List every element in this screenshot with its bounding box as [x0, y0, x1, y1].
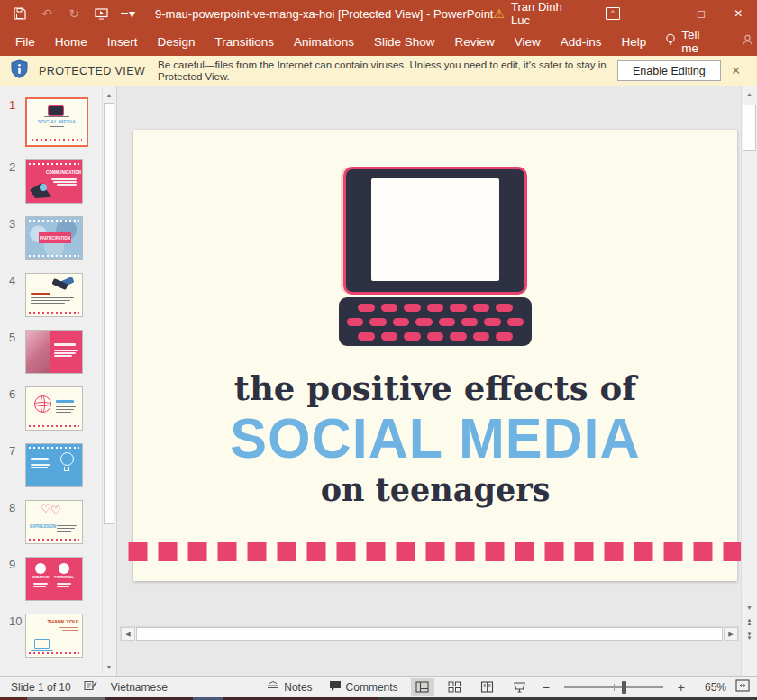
comments-button[interactable]: Comments: [325, 678, 402, 696]
zoom-in-button[interactable]: +: [676, 680, 687, 695]
scrollbar-thumb[interactable]: [104, 103, 114, 524]
save-icon[interactable]: [13, 6, 27, 21]
dash-square: [278, 542, 296, 561]
lightbulb-icon: [665, 33, 676, 50]
titlebar: ↶ ↻ ▾ 9-mau-powerpoint-ve-mang-xa-hoi [P…: [0, 0, 757, 27]
tell-me-box[interactable]: Tell me: [656, 23, 708, 60]
mini-lightbulb-icon: [60, 452, 74, 466]
slide-number: 7: [5, 443, 25, 458]
slide-thumbnail-10[interactable]: THANK YOU!: [25, 614, 83, 658]
slide-thumbnail-3[interactable]: PARTICIPATION: [25, 216, 83, 260]
scrollbar-thumb[interactable]: [136, 627, 723, 641]
status-right: Notes Comments − + 65%: [263, 678, 750, 696]
key-pill: [415, 318, 432, 326]
slide-thumbnail-1[interactable]: SOCIAL MEDIA: [25, 97, 88, 147]
thumbnail-row-10: 10 THANK YOU!: [5, 614, 116, 658]
view-slide-sorter-button[interactable]: [443, 678, 467, 696]
thumbnail-panel-scrollbar[interactable]: ▲ ▼: [102, 88, 115, 674]
tab-insert[interactable]: Insert: [97, 30, 148, 54]
key-pill: [473, 332, 490, 341]
slide-number: 3: [5, 216, 25, 231]
fit-to-window-icon[interactable]: [735, 679, 750, 695]
status-left: Slide 1 of 10 Vietnamese: [11, 679, 168, 695]
slide-title-line3: on teenagers: [133, 471, 737, 508]
dash-square: [456, 542, 475, 561]
scroll-down-icon[interactable]: ▼: [103, 660, 115, 674]
thumbnail-caption: SOCIAL MEDIA: [29, 119, 85, 124]
slide-thumbnail-4[interactable]: [25, 273, 83, 317]
tab-review[interactable]: Review: [444, 30, 504, 54]
phone-illustration: [339, 167, 532, 346]
close-button[interactable]: ✕: [720, 0, 757, 27]
tab-add-ins[interactable]: Add-ins: [551, 30, 612, 54]
scrollbar-thumb[interactable]: [743, 105, 756, 151]
banner-close-icon[interactable]: ✕: [725, 64, 748, 77]
status-bar: Slide 1 of 10 Vietnamese Notes Comments: [0, 676, 757, 697]
slide-title-line1: the positive effects of: [133, 369, 737, 408]
scroll-up-icon[interactable]: ▲: [103, 88, 115, 102]
vertical-scrollbar[interactable]: ▲ ▼ ▲▲ ▼▼: [741, 86, 757, 676]
thumbnail-row-6: 6: [5, 386, 116, 431]
mini-phone-icon: [48, 105, 64, 116]
dash-square: [426, 542, 445, 561]
start-slideshow-icon[interactable]: [94, 6, 108, 21]
slide-thumbnail-2[interactable]: COMMUNICATION: [25, 159, 83, 204]
key-pill: [507, 318, 524, 326]
comments-icon: [329, 680, 342, 695]
zoom-slider[interactable]: [564, 686, 663, 688]
scroll-right-icon[interactable]: ▶: [724, 627, 738, 641]
mini-laptop-icon: [34, 639, 50, 649]
slide-thumbnail-7[interactable]: [25, 443, 83, 487]
tab-slide-show[interactable]: Slide Show: [364, 30, 445, 54]
slide-indicator[interactable]: Slide 1 of 10: [11, 681, 71, 694]
slide-thumbnail-6[interactable]: [25, 386, 83, 431]
zoom-level[interactable]: 65%: [696, 681, 726, 694]
tab-view[interactable]: View: [505, 30, 551, 54]
slide-canvas[interactable]: the positive effects of SOCIAL MEDIA on …: [133, 130, 737, 581]
dash-square: [486, 542, 505, 561]
tab-help[interactable]: Help: [612, 30, 657, 54]
view-normal-button[interactable]: [411, 678, 434, 696]
slide-thumbnail-8[interactable]: ♡ ♡ EXPRESSION: [25, 500, 83, 544]
slide-title-line2: SOCIAL MEDIA: [142, 408, 728, 468]
key-pill: [450, 332, 467, 341]
account-area[interactable]: ⚠ Tran Dinh Luc: [493, 0, 575, 27]
scroll-up-icon[interactable]: ▲: [742, 86, 757, 101]
keyboard-row: [347, 318, 524, 326]
ribbon-display-options-icon[interactable]: ^: [606, 7, 620, 20]
zoom-out-button[interactable]: −: [541, 680, 552, 695]
view-slideshow-button[interactable]: [508, 678, 532, 696]
scroll-down-icon[interactable]: ▼: [742, 600, 757, 614]
thumbnail-caption: THANK YOU!: [48, 619, 78, 624]
dash-square: [159, 542, 178, 561]
phone-keyboard: [339, 297, 532, 346]
zoom-slider-thumb[interactable]: [622, 681, 626, 694]
slide-thumbnail-5[interactable]: [25, 330, 83, 374]
slide-editor-area[interactable]: the positive effects of SOCIAL MEDIA on …: [117, 86, 741, 676]
spellcheck-icon[interactable]: [84, 679, 98, 695]
next-slide-button[interactable]: ▼▼: [742, 629, 757, 643]
enable-editing-button[interactable]: Enable Editing: [617, 60, 721, 81]
redo-icon[interactable]: ↻: [67, 6, 81, 21]
view-reading-button[interactable]: [476, 678, 499, 696]
dash-square: [218, 542, 237, 561]
key-pill: [473, 304, 490, 312]
tab-animations[interactable]: Animations: [284, 30, 364, 54]
tab-home[interactable]: Home: [45, 30, 97, 54]
previous-slide-button[interactable]: ▲▲: [742, 614, 757, 629]
share-button[interactable]: Share: [733, 29, 757, 54]
undo-icon[interactable]: ↶: [40, 6, 54, 21]
dash-square: [515, 542, 534, 561]
dash-square: [129, 542, 148, 561]
tab-design[interactable]: Design: [148, 30, 205, 54]
slide-number: 1: [5, 97, 25, 112]
workspace: 1 SOCIAL MEDIA 2 COMMUNICATI: [0, 86, 757, 676]
tab-transitions[interactable]: Transitions: [205, 30, 285, 54]
notes-button[interactable]: Notes: [263, 678, 315, 695]
scroll-left-icon[interactable]: ◀: [121, 627, 135, 641]
horizontal-scrollbar[interactable]: ◀ ▶: [120, 626, 739, 641]
language-indicator[interactable]: Vietnamese: [111, 681, 168, 694]
slide-thumbnail-9[interactable]: CREATIVE POTENTIAL: [25, 557, 83, 601]
customize-qat-dropdown-icon[interactable]: ▾: [121, 6, 135, 21]
tab-file[interactable]: File: [5, 30, 45, 54]
